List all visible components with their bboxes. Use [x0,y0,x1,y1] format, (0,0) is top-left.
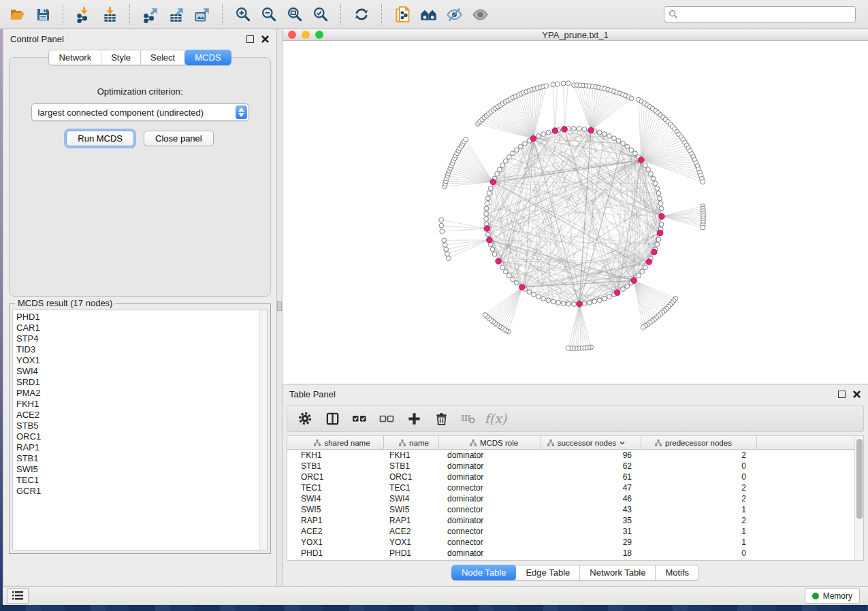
network-node[interactable] [652,249,657,254]
network-node[interactable] [602,132,607,137]
refresh-layout-icon[interactable] [349,3,374,26]
mcds-list-scrollbar[interactable] [259,310,267,550]
mcds-result-item[interactable]: PHD1 [16,312,259,323]
network-node[interactable] [488,186,493,191]
mcds-result-item[interactable]: PMA2 [16,388,259,399]
save-session-icon[interactable] [30,3,56,26]
network-node[interactable] [496,259,501,264]
network-node[interactable] [561,301,566,306]
network-node[interactable] [503,269,508,274]
network-node[interactable] [602,297,607,301]
network-node[interactable] [440,229,445,234]
deselect-all-icon[interactable] [374,408,399,429]
network-node[interactable] [445,252,450,257]
optimization-dropdown[interactable]: largest connected component (undirected) [31,103,249,121]
network-node[interactable] [551,82,556,87]
mcds-result-item[interactable]: STB5 [16,420,259,431]
tab-mcds[interactable]: MCDS [184,50,231,65]
network-node[interactable] [483,313,487,318]
mcds-result-item[interactable]: YOX1 [16,355,259,366]
table-row[interactable]: YOX1YOX1connector291 [287,537,863,548]
network-node[interactable] [587,301,592,306]
network-node[interactable] [536,295,541,299]
tab-style[interactable]: Style [101,50,141,65]
network-node[interactable] [484,226,489,231]
close-panel-icon[interactable] [261,35,270,44]
network-node[interactable] [541,297,546,301]
network-node[interactable] [485,232,490,237]
network-node[interactable] [572,302,577,307]
close-panel-button[interactable]: Close panel [144,131,214,146]
network-node[interactable] [597,130,602,135]
network-node[interactable] [637,274,641,278]
network-titlebar[interactable]: YPA_prune.txt_1 [283,29,868,41]
network-node[interactable] [439,223,444,228]
network-node[interactable] [511,151,515,156]
network-node[interactable] [514,148,519,152]
table-row[interactable]: SWI5SWI5connector431 [287,504,863,515]
network-node[interactable] [484,216,489,221]
mcds-result-item[interactable]: SWI4 [16,366,259,377]
mcds-result-item[interactable]: RAP1 [16,442,259,453]
mcds-result-item[interactable]: TID3 [16,344,259,355]
mcds-result-item[interactable]: STP4 [16,333,259,344]
mcds-result-item[interactable]: CAR1 [16,323,259,333]
float-table-panel-icon[interactable] [837,390,846,399]
zoom-selected-icon[interactable] [308,3,334,26]
network-node[interactable] [536,134,541,139]
table-row[interactable]: RAP1RAP1dominator352 [287,515,863,526]
float-panel-icon[interactable] [246,35,255,44]
network-node[interactable] [523,142,528,146]
mcds-result-item[interactable]: SRD1 [16,377,259,388]
import-network-icon[interactable] [71,3,97,26]
network-node[interactable] [503,159,508,163]
network-node[interactable] [659,206,664,211]
show-panel-eye-icon[interactable] [467,3,493,26]
network-node[interactable] [490,247,495,252]
network-node[interactable] [625,144,630,149]
tab-motifs[interactable]: Motifs [656,565,698,580]
network-node[interactable] [484,206,489,211]
network-canvas[interactable] [283,41,868,384]
network-node[interactable] [498,167,502,172]
network-node[interactable] [646,167,651,172]
network-node[interactable] [582,127,587,132]
table-row[interactable]: SWI4SWI4dominator462 [287,493,863,504]
network-node[interactable] [629,96,634,101]
zoom-in-icon[interactable] [230,3,256,26]
network-node[interactable] [464,137,468,142]
run-mcds-button[interactable]: Run MCDS [66,131,134,146]
export-network-icon[interactable] [138,3,163,26]
network-node[interactable] [495,171,500,176]
mcds-result-item[interactable]: GCR1 [16,486,259,497]
task-list-button[interactable] [7,588,29,604]
network-node[interactable] [625,284,630,288]
network-node[interactable] [659,214,664,219]
column-header-shared-name[interactable]: shared name [287,436,384,449]
split-divider[interactable] [276,29,283,586]
network-node[interactable] [507,274,511,278]
network-node[interactable] [658,196,662,201]
table-settings-gear-icon[interactable] [293,408,317,429]
network-node[interactable] [701,180,705,184]
network-node[interactable] [616,139,621,144]
network-node[interactable] [507,155,511,160]
network-node[interactable] [561,81,566,86]
network-node[interactable] [500,265,505,270]
network-node[interactable] [519,284,525,290]
tab-edge-table[interactable]: Edge Table [516,565,580,580]
network-node[interactable] [442,238,447,243]
network-node[interactable] [530,135,536,141]
network-node[interactable] [632,151,637,156]
zoom-out-icon[interactable] [256,3,282,26]
memory-button[interactable]: Memory [805,588,860,604]
search-network-icon[interactable] [415,3,441,26]
mcds-result-item[interactable]: FKH1 [16,399,259,410]
network-node[interactable] [500,163,505,167]
network-node[interactable] [577,127,581,131]
network-node[interactable] [646,259,652,265]
network-node[interactable] [657,230,662,235]
network-node[interactable] [607,295,612,299]
network-node[interactable] [607,134,612,139]
add-column-icon[interactable] [402,408,426,429]
